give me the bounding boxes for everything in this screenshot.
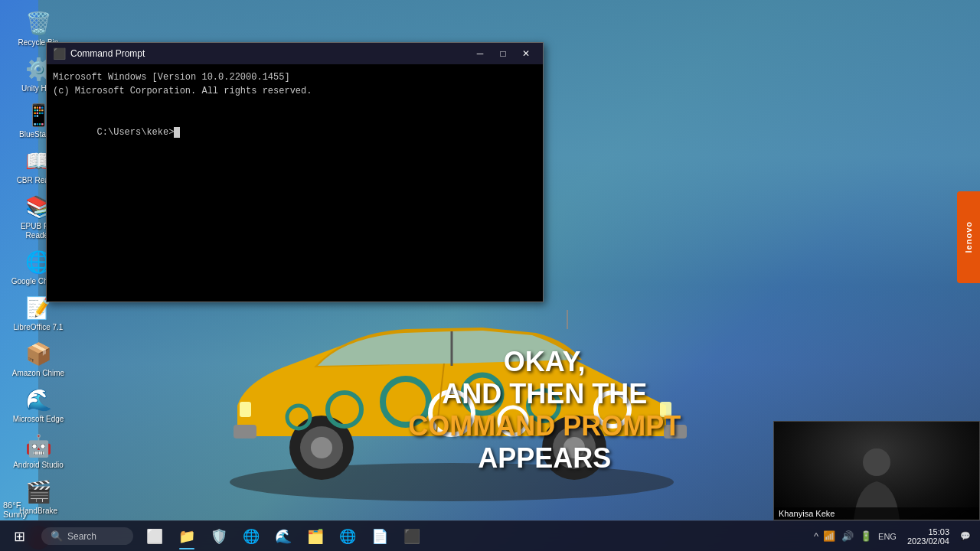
desktop-icon-android-studio[interactable]: 🤖 Android Studio [8,429,69,473]
taskbar-apps: ⬜ 📁 🛡️ 🌐 🌊 🗂️ 🌐 📄 ⬛ [139,522,427,551]
tray-volume-icon[interactable]: 🔊 [840,529,855,543]
icon-img-amazon-chime: 📦 [24,340,52,367]
icon-img-handbrake: 🎬 [24,478,52,505]
subtitle-line2: AND THEN THE [408,378,681,410]
weather-condition: Sunny [3,510,27,519]
maximize-button[interactable]: □ [492,46,514,61]
svg-point-6 [311,437,332,458]
taskbar-app-browser2[interactable]: 🌐 [332,522,363,551]
taskbar-app-files[interactable]: 🗂️ [300,522,331,551]
window-controls: ─ □ ✕ [469,46,537,61]
cmd-output-line1: Microsoft Windows [Version 10.0.22000.14… [53,70,537,84]
desktop-icon-microsoft-edge[interactable]: 🌊 Microsoft Edge [8,383,69,427]
icon-label-libreoffice: LibreOffice 7.1 [14,323,64,332]
tray-battery-icon[interactable]: 🔋 [858,529,874,543]
svg-point-22 [863,448,890,476]
icon-label-microsoft-edge: Microsoft Edge [13,415,64,424]
icon-img-recycle-bin: 🗑️ [24,9,52,37]
weather-widget: 86°F Sunny [3,500,27,519]
enovo-tab[interactable]: lenovo [957,191,980,283]
tray-expand[interactable]: ^ [812,529,820,543]
start-icon: ⊞ [14,528,25,545]
webcam-thumbnail: Khanyisa Keke [773,421,980,520]
enovo-label: lenovo [964,221,973,253]
taskbar-app-chrome[interactable]: 🌐 [236,522,266,551]
taskbar: ⊞ 🔍 Search ⬜ 📁 🛡️ 🌐 🌊 🗂️ 🌐 📄 ⬛ ^ 📶 🔊 🔋 E… [0,520,980,551]
cmd-title-area: ⬛ Command Prompt [53,47,145,60]
icon-label-android-studio: Android Studio [13,461,64,470]
close-button[interactable]: ✕ [515,46,537,61]
desktop: 🗑️ Recycle Bin ⚙️ Unity Hub 📱 BlueStacks… [0,0,980,551]
cmd-window-icon: ⬛ [53,47,66,60]
weather-temp: 86°F [3,500,27,510]
tray-clock[interactable]: 15:03 2023/02/04 [901,527,956,546]
taskbar-app-edge[interactable]: 🌊 [268,522,299,551]
webcam-person-label: Khanyisa Keke [774,507,979,520]
taskbar-app-security[interactable]: 🛡️ [204,522,234,551]
minimize-button[interactable]: ─ [469,46,491,61]
tray-network-icon[interactable]: 📶 [822,529,837,543]
tray-language[interactable]: ENG [875,530,900,543]
cmd-output-line2: (c) Microsoft Corporation. All rights re… [53,84,537,98]
cmd-prompt-text: C:\Users\keke> [97,127,175,138]
subtitle-line3: COMMAND PROMPT [408,410,681,442]
subtitle-line1: OKAY, [408,346,681,378]
subtitle-overlay: OKAY, AND THEN THE COMMAND PROMPT APPEAR… [408,346,681,474]
taskbar-app-word[interactable]: 📄 [364,522,395,551]
icon-img-android-studio: 🤖 [24,432,52,459]
taskbar-app-task-view[interactable]: ⬜ [139,522,170,551]
icon-img-microsoft-edge: 🌊 [24,386,52,413]
tray-icons: 📶 🔊 🔋 [822,529,874,543]
cmd-window-title: Command Prompt [70,48,145,59]
notification-button[interactable]: 💬 [957,530,974,543]
clock-date: 2023/02/04 [907,536,949,546]
cmd-body[interactable]: Microsoft Windows [Version 10.0.22000.14… [47,64,543,302]
svg-rect-21 [567,310,568,329]
desktop-icon-amazon-chime[interactable]: 📦 Amazon Chime [8,337,69,381]
taskbar-app-terminal[interactable]: ⬛ [397,522,427,551]
subtitle-line4: APPEARS [408,442,681,474]
cmd-titlebar: ⬛ Command Prompt ─ □ ✕ [47,43,543,64]
icon-label-amazon-chime: Amazon Chime [12,369,64,378]
webcam-video [774,422,979,520]
taskbar-search[interactable]: 🔍 Search [41,527,133,545]
search-label: Search [67,531,96,542]
cmd-window[interactable]: ⬛ Command Prompt ─ □ ✕ Microsoft Windows… [46,42,544,302]
cmd-cursor [174,127,180,138]
start-button[interactable]: ⊞ [0,521,38,552]
search-icon: 🔍 [51,530,63,542]
taskbar-app-file-explorer[interactable]: 📁 [172,522,202,551]
svg-rect-2 [234,425,256,439]
clock-time: 15:03 [928,527,949,536]
cmd-prompt-line: C:\Users\keke> [53,112,537,153]
cmd-output-line3 [53,98,537,112]
svg-rect-19 [240,402,251,417]
taskbar-right: ^ 📶 🔊 🔋 ENG 15:03 2023/02/04 💬 [812,527,980,546]
